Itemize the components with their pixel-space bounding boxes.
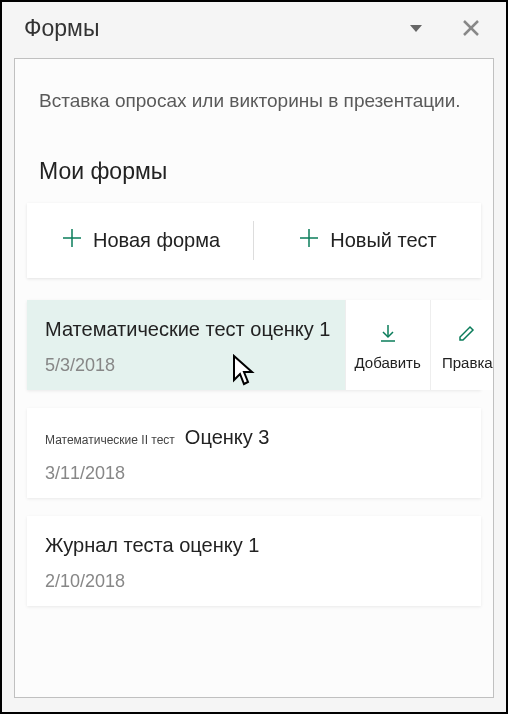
form-title: Математические тест оценку 1 [45, 318, 331, 341]
form-card[interactable]: Журнал теста оценку 1 2/10/2018 [27, 516, 481, 606]
form-card[interactable]: Математические II тест Оценку 3 3/11/201… [27, 408, 481, 498]
edit-button[interactable]: Правка [430, 300, 494, 390]
form-card-actions: Добавить Правка [345, 300, 495, 390]
header-actions [410, 12, 488, 44]
section-my-forms: Мои формы [15, 146, 493, 203]
form-title: Журнал теста оценку 1 [45, 534, 467, 557]
form-card-main: Журнал теста оценку 1 2/10/2018 [27, 516, 481, 606]
form-title: Оценку 3 [185, 426, 270, 449]
form-card-main: Математические тест оценку 1 5/3/2018 [27, 300, 345, 390]
new-form-label: Новая форма [93, 229, 220, 252]
form-title-row: Математические II тест Оценку 3 [45, 426, 467, 449]
form-card[interactable]: Математические тест оценку 1 5/3/2018 До… [27, 300, 481, 390]
add-label: Добавить [355, 354, 421, 371]
panel-title: Формы [24, 15, 410, 42]
form-card-main: Математические II тест Оценку 3 3/11/201… [27, 408, 481, 498]
new-test-button[interactable]: Новый тест [254, 203, 481, 278]
forms-panel: Формы Вставка опросах или викторины в пр… [0, 0, 508, 714]
plus-icon [61, 225, 83, 256]
new-test-label: Новый тест [330, 229, 437, 252]
pencil-icon [458, 322, 476, 344]
form-title-prefix: Математические II тест [45, 433, 175, 447]
edit-label: Правка [442, 354, 493, 371]
dropdown-icon[interactable] [410, 25, 422, 32]
download-icon [379, 322, 397, 344]
panel-body: Вставка опросах или викторины в презента… [14, 58, 494, 698]
form-date: 2/10/2018 [45, 571, 467, 592]
form-date: 3/11/2018 [45, 463, 467, 484]
form-date: 5/3/2018 [45, 355, 331, 376]
plus-icon [298, 225, 320, 256]
close-icon[interactable] [454, 12, 488, 44]
add-button[interactable]: Добавить [345, 300, 430, 390]
create-row: Новая форма Новый тест [27, 203, 481, 278]
panel-header: Формы [2, 2, 506, 54]
new-form-button[interactable]: Новая форма [27, 203, 254, 278]
panel-description: Вставка опросах или викторины в презента… [15, 59, 493, 146]
